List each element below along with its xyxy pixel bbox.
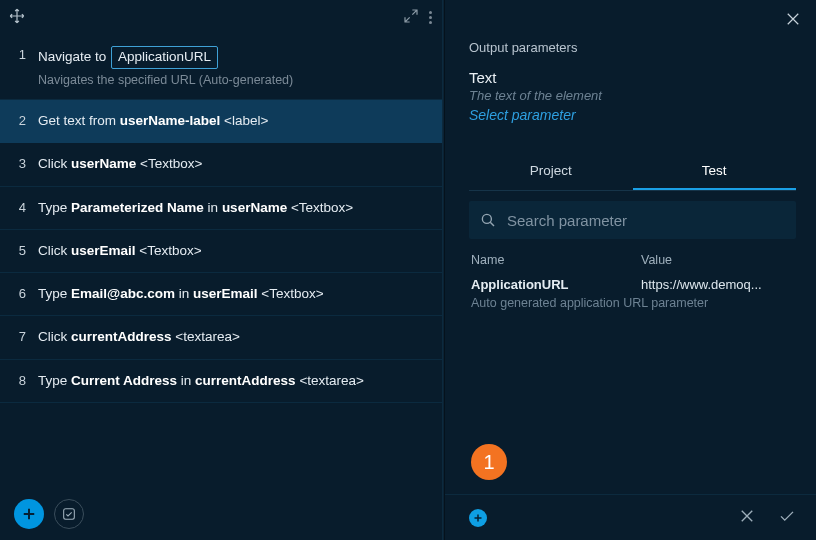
step-title: Type Email@abc.com in userEmail <Textbox… [38,285,430,303]
parameters-footer [445,494,816,540]
add-parameter-button[interactable] [469,509,487,527]
step-title: Click currentAddress <textarea> [38,328,430,346]
step-number: 6 [14,285,26,301]
close-icon[interactable] [784,10,802,31]
step-title: Type Current Address in currentAddress <… [38,372,430,390]
step-title: Navigate to ApplicationURL [38,46,430,69]
step-row[interactable]: 3Click userName <Textbox> [0,143,442,186]
output-desc: The text of the element [469,88,796,103]
param-pill[interactable]: ApplicationURL [111,46,218,69]
step-number: 1 [14,46,26,62]
col-value: Value [641,253,672,267]
step-row[interactable]: 5Click userEmail <Textbox> [0,230,442,273]
cancel-icon[interactable] [738,507,756,528]
tab-project[interactable]: Project [469,153,633,190]
param-value: https://www.demoq... [641,277,762,292]
steps-pane: 1Navigate to ApplicationURLNavigates the… [0,0,442,540]
step-title: Get text from userName-label <label> [38,112,430,130]
search-input[interactable] [507,212,786,229]
step-row[interactable]: 2Get text from userName-label <label> [0,100,442,143]
col-name: Name [471,253,641,267]
parameter-tabs: Project Test [469,153,796,191]
step-row[interactable]: 1Navigate to ApplicationURLNavigates the… [0,34,442,100]
search-icon [479,211,497,229]
step-row[interactable]: 4Type Parameterized Name in userName <Te… [0,187,442,230]
param-desc: Auto generated application URL parameter [469,296,796,310]
step-row[interactable]: 8Type Current Address in currentAddress … [0,360,442,403]
step-number: 3 [14,155,26,171]
step-number: 2 [14,112,26,128]
svg-point-1 [482,214,491,223]
param-name: ApplicationURL [471,277,641,292]
svg-rect-0 [64,509,75,520]
step-number: 7 [14,328,26,344]
confirm-icon[interactable] [778,507,796,528]
steps-header [0,0,442,34]
add-step-button[interactable] [14,499,44,529]
move-icon[interactable] [8,7,26,28]
step-number: 5 [14,242,26,258]
collapse-icon[interactable] [403,8,419,27]
step-title: Click userName <Textbox> [38,155,430,173]
kebab-menu-icon[interactable] [425,9,436,26]
step-row[interactable]: 6Type Email@abc.com in userEmail <Textbo… [0,273,442,316]
output-name: Text [469,69,796,86]
search-row [469,201,796,239]
step-subtitle: Navigates the specified URL (Auto-genera… [38,73,430,87]
steps-footer [0,488,442,540]
select-parameter-link[interactable]: Select parameter [469,107,796,123]
validate-button[interactable] [54,499,84,529]
step-title: Click userEmail <Textbox> [38,242,430,260]
param-columns: Name Value [469,253,796,267]
step-row[interactable]: 7Click currentAddress <textarea> [0,316,442,359]
step-number: 8 [14,372,26,388]
param-row[interactable]: ApplicationURLhttps://www.demoq... [469,277,796,292]
step-title: Type Parameterized Name in userName <Tex… [38,199,430,217]
step-number: 4 [14,199,26,215]
callout-badge: 1 [471,444,507,480]
parameters-pane: Output parameters Text The text of the e… [445,0,816,540]
steps-list: 1Navigate to ApplicationURLNavigates the… [0,34,442,488]
tab-test[interactable]: Test [633,153,797,190]
section-title: Output parameters [469,40,796,55]
